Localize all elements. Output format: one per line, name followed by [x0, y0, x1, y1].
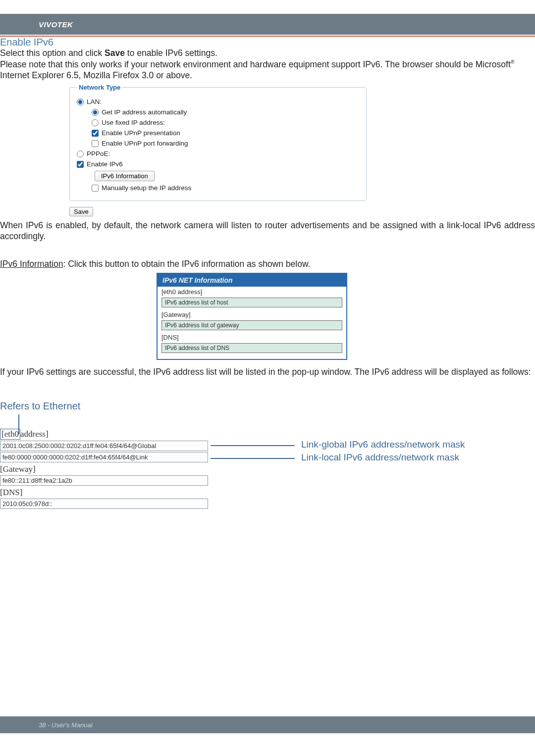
lan-radio[interactable] [77, 99, 84, 105]
fixed-ip-label: Use fixed IP address: [102, 119, 165, 126]
registered-icon: ® [511, 59, 515, 65]
refers-section: Refers to Ethernet [eth0address] [Gatewa… [0, 401, 535, 509]
brand-label: VIVOTEK [39, 20, 73, 29]
lead-global-label: Link-global IPv6 address/network mask [301, 439, 465, 450]
manual-ip-row[interactable]: Manually setup the IP address [92, 184, 359, 192]
upnp-pres-row[interactable]: Enable UPnP presentation [92, 129, 359, 137]
enable-ipv6-checkbox[interactable] [77, 161, 84, 168]
info-label: [Gateway] [158, 309, 346, 318]
ipv6-net-info-title: IPv6 NET Information [158, 274, 346, 287]
footer-text: 38 - User's Manual [39, 721, 93, 729]
ipv6-info-btn-row: IPv6 Information [77, 171, 359, 181]
text: Please note that this only works if your… [0, 59, 511, 69]
network-type-panel: Network Type LAN: Get IP address automat… [69, 84, 367, 201]
get-ip-label: Get IP address automatically [102, 108, 187, 116]
ipv6-information-button[interactable]: IPv6 Information [95, 171, 155, 181]
page-footer: 38 - User's Manual [0, 716, 535, 733]
intro-paragraph: Select this option and click Save to ena… [0, 48, 535, 59]
upnp-port-checkbox[interactable] [92, 140, 99, 147]
manual-ip-label: Manually setup the IP address [102, 184, 191, 192]
upnp-port-label: Enable UPnP port forwarding [102, 140, 188, 147]
dns-field [0, 499, 208, 509]
gateway-field [0, 475, 208, 486]
lead-link-label: Link-local IPv6 address/network mask [301, 452, 459, 463]
fixed-ip-radio[interactable] [92, 119, 99, 126]
page-header: VIVOTEK [0, 14, 535, 35]
text: : Click this button to obtain the IPv6 i… [63, 259, 310, 269]
manual-ip-checkbox[interactable] [92, 185, 99, 192]
upnp-pres-label: Enable UPnP presentation [102, 129, 180, 137]
info-label: [eth0 address] [158, 287, 346, 296]
section-heading: Enable IPv6 [0, 37, 535, 48]
after-panel-text: When IPv6 is enabled, by default, the ne… [0, 220, 535, 242]
info-label: [DNS] [158, 332, 346, 341]
text: to enable IPv6 settings. [125, 48, 217, 58]
text-bold: Save [105, 48, 125, 58]
intro-paragraph-2: Please note that this only works if your… [0, 59, 535, 81]
ipv6-info-desc: IPv6 Information: Click this button to o… [0, 259, 535, 270]
gateway-label: [Gateway] [0, 464, 535, 474]
info-cell: IPv6 address list of host [161, 298, 342, 307]
lan-row[interactable]: LAN: [77, 98, 359, 105]
after-box-text: If your IPv6 settings are successful, th… [0, 367, 535, 378]
text: Internet Explorer 6.5, Mozilla Firefox 3… [0, 70, 192, 80]
page-body: Enable IPv6 Select this option and click… [0, 37, 535, 509]
text: address] [20, 429, 49, 439]
dns-label: [DNS] [0, 488, 535, 498]
leader-line-icon [211, 458, 295, 459]
save-button[interactable]: Save [69, 207, 93, 216]
text: Select this option and click [0, 48, 105, 58]
enable-ipv6-row[interactable]: Enable IPv6 [77, 160, 359, 168]
fieldset-legend: Network Type [77, 84, 122, 91]
fixed-ip-row[interactable]: Use fixed IP address: [92, 119, 359, 126]
info-cell: IPv6 address list of DNS [161, 343, 342, 353]
leader-line-icon [211, 445, 295, 446]
global-address-field [0, 441, 208, 451]
eth0-box: [eth0 [0, 429, 20, 440]
pppoe-label: PPPoE: [87, 150, 110, 157]
refers-heading: Refers to Ethernet [0, 401, 535, 412]
upnp-pres-checkbox[interactable] [92, 130, 99, 137]
get-ip-row[interactable]: Get IP address automatically [92, 108, 359, 116]
info-cell: IPv6 address list of gateway [161, 320, 342, 330]
pppoe-radio[interactable] [77, 151, 84, 157]
upnp-port-row[interactable]: Enable UPnP port forwarding [92, 140, 359, 147]
leader-line-icon [18, 414, 19, 434]
pppoe-row[interactable]: PPPoE: [77, 150, 359, 157]
enable-ipv6-label: Enable IPv6 [87, 160, 123, 168]
eth0-label: [eth0address] [0, 429, 535, 440]
link-address-field [0, 452, 208, 462]
network-type-fieldset: Network Type LAN: Get IP address automat… [69, 84, 367, 201]
ipv6-net-info-box: IPv6 NET Information [eth0 address] IPv6… [157, 273, 347, 360]
ipv6-info-underline: IPv6 Information [0, 259, 63, 269]
get-ip-radio[interactable] [92, 109, 99, 116]
lan-label: LAN: [87, 98, 102, 105]
